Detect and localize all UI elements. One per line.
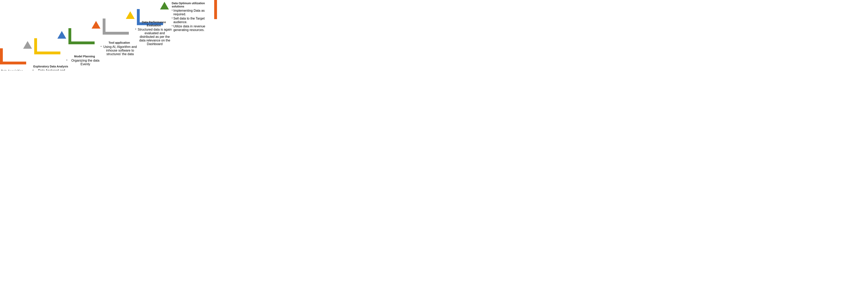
step1-triangle	[23, 41, 32, 49]
step5-bullet1-text: Structured data is again evaluated and d…	[137, 28, 173, 46]
diagram-container: Data Acquisition • Collect all the entir…	[0, 0, 217, 70]
step2-triangle	[57, 31, 66, 39]
step5-bullet1: • Structured data is again evaluated and…	[135, 28, 173, 46]
step3-text-block: Model Planning • Organizing the data Eve…	[66, 55, 103, 66]
step6-bullet2-text: Sell data to the Target audience.	[173, 17, 215, 24]
step2-bracket	[34, 38, 60, 54]
step6-bullet1: • Implementing Data as required.	[172, 9, 215, 16]
step4-bullet1: • Using AI, Algorithm and inhouse softwa…	[101, 45, 138, 56]
step3-title: Model Planning	[66, 55, 103, 58]
step4-text-block: Tool application • Using AI, Algorithm a…	[101, 41, 138, 56]
step5-triangle	[160, 2, 169, 9]
step6-bullet3: • Utilize data in revenue generating res…	[172, 25, 215, 32]
step3-triangle	[92, 21, 100, 29]
step5-text-block: Data Performance Evaluation • Structured…	[135, 21, 173, 46]
step3-bullet1: • Organizing the data Evenly	[66, 59, 103, 66]
step2-text-block: Exploratory Data Analysis • Data Analyse…	[33, 65, 69, 70]
step1-text-block: Data Acquisition • Collect all the entir…	[1, 69, 36, 70]
step3-bracket	[68, 28, 95, 44]
step4-title: Tool application	[101, 41, 138, 44]
step6-bullet2: • Sell data to the Target audience.	[172, 17, 215, 24]
step4-triangle	[126, 11, 135, 19]
step6-bullet3-text: Utilize data in revenue generating resou…	[173, 25, 215, 32]
step3-bullet1-text: Organizing the data Evenly	[68, 59, 103, 66]
step1-title: Data Acquisition	[1, 69, 36, 70]
step4-bullet1-text: Using AI, Algorithm and inhouse software…	[102, 45, 138, 56]
step5-title: Data Performance Evaluation	[135, 21, 173, 27]
step2-bullet1: • Data Analysed and Evaluated	[33, 69, 69, 70]
step6-title: Data Optimum utilization solutions	[172, 2, 215, 8]
step2-title: Exploratory Data Analysis	[33, 65, 69, 68]
step4-bracket	[103, 19, 129, 35]
step1-bracket	[0, 48, 26, 64]
step2-bullet1-text: Data Analysed and Evaluated	[34, 69, 69, 70]
step6-text-block: Data Optimum utilization solutions • Imp…	[172, 2, 215, 32]
step6-bullet1-text: Implementing Data as required.	[173, 9, 215, 16]
